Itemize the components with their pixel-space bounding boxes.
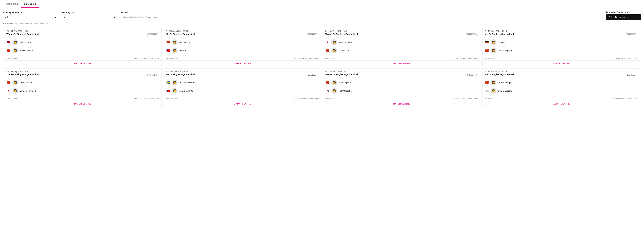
player-name: LIANG Jingkun	[498, 50, 512, 52]
player-row: 🇸🇪 🧑 Truls MOREGARD	[166, 78, 319, 87]
match-centre-button[interactable]: MATCH CENTRE	[234, 103, 251, 105]
card-venue: Infinity ∞ Arena Macao East Asian Games …	[482, 96, 640, 101]
match-cards-grid: Fri, 13th Sep 2024 - 12:30 Women's Singl…	[0, 27, 644, 111]
player-flag: 🇨🇳	[326, 81, 330, 84]
player-row: 🇨🇳 🧑 SUN Yingsha	[326, 78, 478, 87]
filter-date: Filter By Date All ▾	[62, 11, 117, 20]
status-badge: Scheduled	[466, 74, 476, 76]
avatar: 🧑	[172, 39, 178, 45]
card-venue: Infinity ∞ Arena Macao East Asian Games …	[164, 56, 321, 61]
tabs-container: Completed Scheduled	[0, 0, 644, 8]
player-row: 🇰🇷 🧑 JOO Cheonhui	[326, 87, 478, 95]
card-footer: MATCH CENTRE	[164, 61, 321, 66]
filter-sub-event-select[interactable]: All ▾	[3, 15, 58, 20]
card-event: Men's Singles - Quarterfinal	[166, 33, 195, 36]
search-input[interactable]	[121, 15, 602, 20]
match-card: Fri, 13th Sep 2024 - 12:30 Women's Singl…	[4, 28, 162, 66]
match-card: Fri, 13th Sep 2024 - 20:15 Men's Singles…	[482, 68, 640, 107]
player-name: Dang QIU	[498, 41, 507, 44]
filter-sub-event: Filter By Sub Event All ▾	[3, 11, 58, 20]
download-document-select[interactable]: Select Document ▾	[606, 14, 641, 20]
card-players: 🇯🇵 🧑 Miyuu KIHARA 🇨🇳 🧑 WANG Yidi	[323, 37, 480, 56]
card-players: 🇨🇳 🧑 SUN Yingsha 🇰🇷 🧑 JOO Cheonhui	[323, 77, 480, 96]
filter-sub-event-value: All	[5, 16, 8, 19]
player-flag: 🇨🇳	[485, 81, 489, 84]
card-status: Scheduled	[307, 33, 319, 36]
avatar: 🧑	[491, 48, 496, 53]
status-badge: Scheduled	[626, 74, 636, 76]
venue-left: Infinity ∞ Arena	[485, 57, 496, 59]
status-badge: Scheduled	[307, 33, 317, 36]
avatar: 🧑	[331, 39, 337, 45]
match-card: Fri, 13th Sep 2024 - 19:05 Men's Singles…	[164, 68, 321, 107]
avatar: 🧑	[331, 48, 337, 53]
player-row: 🇹🇼 🧑 LIN Yun-Ju	[166, 47, 319, 55]
avatar: 🧑	[12, 80, 18, 85]
avatar: 🧑	[491, 88, 496, 94]
card-header-row: Women's Singles - Quarterfinal Scheduled	[326, 33, 478, 36]
filter-search: Search	[121, 11, 602, 20]
card-footer: MATCH CENTRE	[482, 61, 640, 66]
filter-date-value: All	[64, 16, 66, 19]
venue-left: Infinity ∞ Arena	[326, 98, 337, 100]
card-status: Scheduled	[307, 73, 319, 77]
player-flag: 🇨🇳	[326, 49, 330, 52]
player-name: LIN Shidong	[179, 41, 190, 44]
card-header-row: Women's Singles - Quarterfinal Scheduled	[326, 73, 478, 77]
match-centre-button[interactable]: MATCH CENTRE	[393, 62, 410, 65]
match-card: Fri, 13th Sep 2024 - 14:15 Men's Singles…	[482, 28, 640, 66]
player-name: KAO Cheng-Jui	[179, 90, 193, 92]
card-players: 🇩🇪 🧑 Dang QIU 🇨🇳 🧑 LIANG Jingkun	[482, 37, 640, 56]
player-name: Truls MOREGARD	[179, 81, 196, 84]
player-flag: 🇨🇳	[6, 49, 11, 52]
tab-completed[interactable]: Completed	[3, 0, 21, 8]
player-name: WANG Manyu	[20, 50, 33, 52]
card-datetime: Fri, 13th Sep 2024 - 13:40	[326, 30, 478, 32]
match-centre-button[interactable]: MATCH CENTRE	[74, 103, 91, 105]
filter-date-select[interactable]: All ▾	[62, 15, 117, 20]
status-badge: Scheduled	[147, 33, 158, 36]
filters-row: Filter By Sub Event All ▾ Filter By Date…	[0, 8, 644, 22]
player-name: Miyuu KIHARA	[338, 41, 352, 44]
status-badge: Scheduled	[307, 74, 317, 76]
venue-right: Macao East Asian Games Dome	[453, 57, 478, 59]
filter-download: Download Documents Select Document ▾	[606, 11, 641, 20]
player-row: 🇹🇼 🧑 CHENG I-Ching	[6, 38, 159, 47]
card-venue: Infinity ∞ Arena Macao East Asian Games …	[482, 56, 640, 61]
filter-download-label: Download Documents	[606, 11, 641, 13]
chevron-down-icon: ▾	[55, 16, 56, 19]
card-datetime: Fri, 13th Sep 2024 - 19:05	[166, 70, 319, 73]
match-centre-button[interactable]: MATCH CENTRE	[74, 62, 91, 65]
player-name: WANG Chuqin	[498, 81, 511, 84]
player-row: 🇨🇳 🧑 WANG Yidi	[326, 47, 478, 55]
player-flag: 🇩🇪	[485, 41, 489, 44]
avatar: 🧑	[12, 48, 18, 53]
avatar: 🧑	[331, 80, 337, 85]
player-flag: 🇯🇵	[326, 41, 330, 44]
card-header-row: Men's Singles - Quarterfinal Scheduled	[485, 33, 638, 36]
card-footer: MATCH CENTRE	[4, 61, 162, 66]
avatar: 🧑	[172, 48, 178, 53]
player-name: CHO Daeseong	[498, 90, 512, 92]
filter-search-label: Search	[121, 11, 602, 14]
match-centre-button[interactable]: MATCH CENTRE	[553, 62, 570, 65]
venue-right: Macao East Asian Games Dome	[294, 98, 319, 100]
tab-scheduled[interactable]: Scheduled	[21, 0, 39, 8]
match-centre-button[interactable]: MATCH CENTRE	[234, 62, 251, 65]
player-name: JOO Cheonhui	[338, 90, 352, 92]
match-centre-button[interactable]: MATCH CENTRE	[553, 103, 570, 105]
card-header: Fri, 13th Sep 2024 - 18:30 Women's Singl…	[4, 69, 162, 77]
card-footer: MATCH CENTRE	[482, 101, 640, 107]
chevron-down-icon: ▾	[638, 16, 639, 19]
player-flag: 🇨🇳	[485, 49, 489, 52]
card-status: Scheduled	[147, 73, 159, 77]
match-card: Fri, 13th Sep 2024 - 18:30 Women's Singl…	[4, 68, 162, 107]
match-centre-button[interactable]: MATCH CENTRE	[393, 103, 410, 105]
card-header-row: Men's Singles - Quarterfinal Scheduled	[166, 73, 319, 77]
player-row: 🇨🇳 🧑 LIN Shidong	[166, 38, 319, 47]
player-name: LIN Yun-Ju	[179, 50, 189, 52]
card-venue: Infinity ∞ Arena Macao East Asian Games …	[4, 96, 162, 101]
status-badge: Scheduled	[626, 33, 636, 36]
player-flag: 🇰🇷	[485, 89, 489, 92]
player-row: 🇨🇳 🧑 WANG Manyu	[6, 47, 159, 55]
